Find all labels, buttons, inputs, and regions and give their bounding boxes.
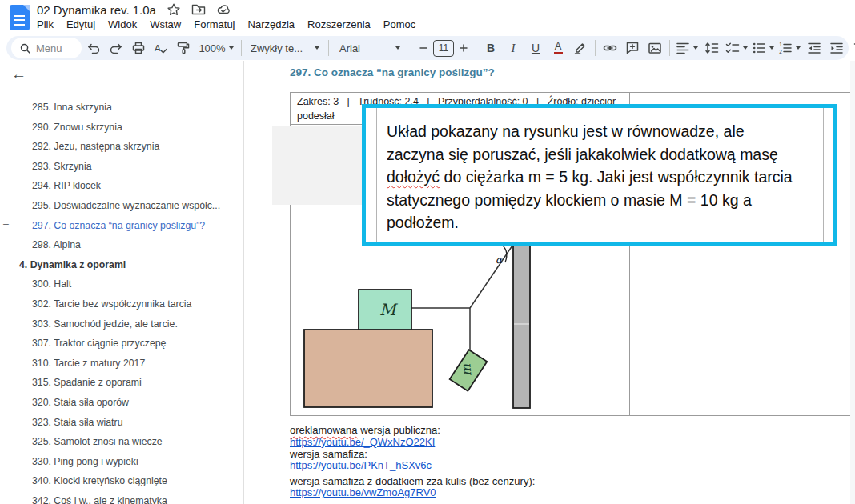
zoom-value: 100%: [199, 42, 225, 54]
outline-item[interactable]: 292. Jezu, następna skrzynia: [0, 141, 243, 161]
docs-logo-fold: [23, 5, 30, 11]
outline-item[interactable]: 4. Dynamika z oporami: [0, 259, 243, 279]
bold-button[interactable]: B: [480, 38, 501, 58]
outline-item[interactable]: 307. Traktor ciągnie przyczepę: [0, 338, 243, 358]
document-title[interactable]: 02 Dynamika rev. 1.0a: [37, 3, 156, 17]
menu-bar: PlikEdytujWidokWstawFormatujNarzędziaRoz…: [30, 17, 422, 32]
decrease-indent-button[interactable]: [804, 38, 825, 58]
align-select[interactable]: [674, 38, 700, 58]
chevron-down-icon: [315, 46, 319, 50]
search-icon: [19, 42, 31, 54]
outline-item[interactable]: 298. Alpina: [0, 239, 243, 259]
text-color-button[interactable]: A: [548, 38, 568, 58]
decrease-font-size-button[interactable]: [415, 38, 432, 58]
block-m-label: m: [458, 362, 474, 377]
highlight-color-button[interactable]: [570, 38, 591, 58]
menu-item-pomoc[interactable]: Pomoc: [377, 17, 422, 32]
angle-label: α: [496, 254, 503, 266]
italic-button[interactable]: I: [503, 38, 524, 58]
chevron-down-icon: [693, 46, 698, 50]
menu-item-edytuj[interactable]: Edytuj: [60, 17, 102, 32]
add-comment-button[interactable]: [622, 38, 643, 58]
outline-item[interactable]: 325. Samolot znosi na wiecze: [0, 436, 243, 456]
spelling-check-button[interactable]: A: [151, 38, 171, 58]
redo-button[interactable]: [106, 38, 126, 58]
youtube-link-public[interactable]: https://youtu.be/_QWxNzO22KI: [290, 436, 435, 448]
block-M-label: M: [379, 300, 399, 319]
increase-font-size-button[interactable]: [456, 38, 472, 58]
outline-item[interactable]: 303. Samochód jedzie, ale tarcie.: [0, 318, 243, 338]
increase-indent-button[interactable]: [826, 38, 847, 58]
font-select[interactable]: Arial: [333, 38, 407, 58]
menu-item-rozszerzenia[interactable]: Rozszerzenia: [301, 17, 377, 32]
outline-item[interactable]: 323. Stała siła wiatru: [0, 417, 243, 437]
numbered-list-select[interactable]: 12: [777, 38, 802, 58]
outline-item[interactable]: 342. Coś i w., ale z kinematyka: [0, 495, 243, 504]
text-color-bar: [554, 52, 563, 54]
outline-item[interactable]: 315. Spadanie z oporami: [0, 377, 243, 397]
bulleted-list-select[interactable]: [751, 38, 775, 58]
paint-format-button[interactable]: [173, 38, 194, 58]
insert-image-button[interactable]: [644, 38, 665, 58]
undo-button[interactable]: [83, 38, 104, 58]
active-item-marker: –: [3, 220, 9, 230]
sidebar-divider: [11, 94, 237, 94]
close-outline-icon[interactable]: ←: [11, 66, 26, 83]
problem-heading[interactable]: 297. Co oznacza “na granicy poślizgu”?: [290, 66, 495, 78]
paragraph-style-select[interactable]: Zwykły te...: [246, 38, 324, 58]
docs-logo-icon[interactable]: [10, 5, 30, 30]
underline-button[interactable]: U: [525, 38, 546, 58]
top-bar: 02 Dynamika rev. 1.0a PlikEdytujWidokWst: [0, 0, 855, 35]
misspelled-word: oreklamowana: [290, 424, 358, 436]
google-docs-window: 02 Dynamika rev. 1.0a PlikEdytujWidokWst: [0, 0, 855, 504]
toolbar-divider: [476, 40, 476, 56]
outline-item[interactable]: 310. Tarcie z matury 2017: [0, 358, 243, 378]
menu-item-formatuj[interactable]: Formatuj: [187, 17, 241, 32]
outline-item[interactable]: 330. Ping pong i wypieki: [0, 456, 243, 476]
toolbar-divider: [595, 40, 596, 56]
clear-formatting-button[interactable]: [849, 38, 855, 58]
inner-border-right: [823, 108, 824, 242]
menu-item-widok[interactable]: Widok: [102, 17, 143, 32]
paragraph-style-value: Zwykły te...: [251, 42, 303, 54]
zoom-select[interactable]: 100%: [195, 38, 237, 58]
outline-item[interactable]: 302. Tarcie bez współczynnika tarcia: [0, 298, 243, 318]
svg-text:1: 1: [779, 42, 782, 47]
insert-link-button[interactable]: [600, 38, 620, 58]
star-icon[interactable]: [167, 2, 181, 17]
outline-item[interactable]: 293. Skrzynia: [0, 161, 243, 181]
video-links-block: oreklamowana wersja publiczna: https://y…: [290, 425, 535, 499]
youtube-link-behind-scenes[interactable]: https://youtu.be/vwZmoAg7RV0: [290, 486, 436, 498]
outline-item[interactable]: 295. Doświadczalne wyznaczanie współc...: [0, 200, 243, 220]
youtube-link-samafiza[interactable]: https://youtu.be/PKnT_hSXv6c: [290, 459, 432, 471]
search-menu-input[interactable]: Menu: [11, 38, 82, 58]
menu-item-wstaw[interactable]: Wstaw: [143, 17, 187, 32]
link-label[interactable]: wersja samafiza:: [290, 449, 535, 461]
line-spacing-button[interactable]: [701, 38, 722, 58]
outline-item[interactable]: 290. Znowu skrzynia: [0, 122, 243, 142]
outline-item[interactable]: 340. Klocki kretyńsko ciągnięte: [0, 475, 243, 495]
link-label[interactable]: oreklamowana wersja publiczna:: [290, 425, 535, 437]
cloud-status-icon[interactable]: [216, 2, 231, 17]
outline-list: 285. Inna skrzynia290. Znowu skrzynia292…: [0, 102, 243, 504]
print-button[interactable]: [128, 38, 149, 58]
problem-text: Układ pokazany na rysunku jest w równowa…: [387, 120, 793, 234]
image-ghost-region: [272, 126, 363, 205]
move-folder-icon[interactable]: [191, 2, 206, 17]
workspace: ← 285. Inna skrzynia290. Znowu skrzynia2…: [0, 61, 855, 504]
link-label[interactable]: wersja samafiza z dodatkiem zza kulis (b…: [290, 476, 535, 488]
toolbar: Menu A 100% Zwykły te... Arial: [6, 36, 849, 60]
selected-text-image[interactable]: Układ pokazany na rysunku jest w równowa…: [362, 104, 837, 246]
outline-item[interactable]: 285. Inna skrzynia: [0, 102, 243, 122]
outline-item[interactable]: 294. RIP klocek: [0, 180, 243, 200]
font-size-input[interactable]: 11: [433, 38, 454, 58]
menu-item-narzędzia[interactable]: Narzędzia: [242, 17, 302, 32]
outline-item[interactable]: 300. Halt: [0, 278, 243, 298]
outline-item[interactable]: –297. Co oznacza “na granicy poślizgu”?: [0, 220, 243, 240]
checklist-select[interactable]: [724, 38, 749, 58]
text-color-glyph: A: [555, 42, 562, 51]
outline-item[interactable]: 320. Stała siła oporów: [0, 397, 243, 417]
menu-item-plik[interactable]: Plik: [30, 17, 60, 32]
document-canvas[interactable]: 297. Co oznacza “na granicy poślizgu”? Z…: [244, 61, 855, 504]
chevron-down-icon: [796, 46, 801, 50]
